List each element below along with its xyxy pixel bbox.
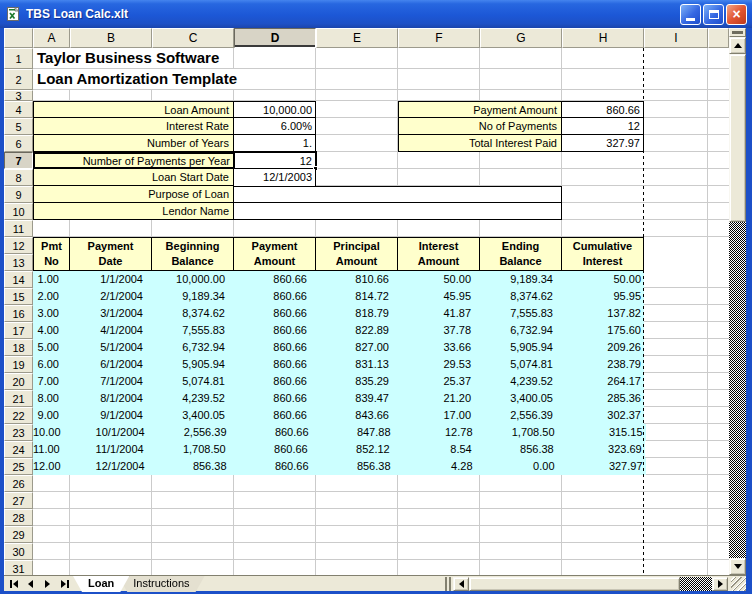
label-total-interest-paid[interactable]: Total Interest Paid — [398, 135, 562, 152]
row-header[interactable]: 21 — [4, 390, 33, 407]
cell-payment-date[interactable]: 12/1/2004 — [72, 458, 154, 475]
cell-ending-balance[interactable]: 856.38 — [481, 441, 563, 458]
cell-cumulative-interest[interactable]: 264.17 — [562, 373, 644, 390]
cell-payment-amount[interactable]: 860.66 — [234, 390, 316, 407]
cell-cumulative-interest[interactable]: 95.95 — [562, 288, 644, 305]
cell-ending-balance[interactable]: 5,905.94 — [480, 339, 562, 356]
row-header[interactable]: 9 — [4, 186, 33, 203]
split-box[interactable] — [729, 28, 746, 37]
cell-ending-balance[interactable]: 4,239.52 — [480, 373, 562, 390]
label-no-of-payments[interactable]: No of Payments — [398, 118, 562, 135]
cell-interest-amount[interactable]: 33.66 — [398, 339, 480, 356]
row-header[interactable]: 22 — [4, 407, 33, 424]
cell-loan-start-date[interactable]: 12/1/2003 — [234, 169, 316, 186]
amortization-header-cell[interactable]: Payment Amount — [234, 237, 316, 271]
label-payment-amount[interactable]: Payment Amount — [398, 101, 562, 118]
cell-ending-balance[interactable]: 1,708.50 — [482, 424, 564, 441]
cell-payment-date[interactable]: 11/1/2004 — [71, 441, 153, 458]
column-header[interactable]: A — [33, 28, 70, 48]
cell-principal-amount[interactable]: 852.12 — [317, 441, 399, 458]
column-header-partial[interactable] — [708, 28, 729, 48]
cell-payment-date[interactable]: 8/1/2004 — [70, 390, 152, 407]
column-header[interactable]: C — [152, 28, 234, 48]
cell-payment-amount[interactable]: 860.66 — [236, 458, 318, 475]
row-header[interactable]: 1 — [4, 48, 33, 69]
tab-scroll-prev-button[interactable] — [22, 577, 39, 591]
cell-cumulative-interest[interactable]: 238.79 — [562, 356, 644, 373]
row-header[interactable]: 17 — [4, 322, 33, 339]
row-header[interactable]: 23 — [4, 424, 33, 441]
cell-beginning-balance[interactable]: 8,374.62 — [152, 305, 234, 322]
cell-payment-date[interactable]: 3/1/2004 — [70, 305, 152, 322]
tab-scroll-last-button[interactable] — [56, 577, 73, 591]
cell-payment-amount[interactable]: 860.66 — [234, 373, 316, 390]
close-button[interactable]: × — [726, 4, 747, 25]
cell-pmt-no[interactable]: 12.00 — [33, 458, 72, 475]
cell-beginning-balance[interactable]: 5,905.94 — [152, 356, 234, 373]
maximize-button[interactable] — [703, 4, 724, 25]
row-header[interactable]: 6 — [4, 135, 33, 152]
cell-principal-amount[interactable]: 827.00 — [316, 339, 398, 356]
row-header[interactable]: 19 — [4, 356, 33, 373]
amortization-header-cell[interactable]: Principal Amount — [316, 237, 398, 271]
cell-cumulative-interest[interactable]: 302.37 — [562, 407, 644, 424]
horizontal-scroll-track[interactable] — [469, 577, 712, 591]
cell-payment-amount[interactable]: 860.66 — [234, 322, 316, 339]
cell-interest-amount[interactable]: 4.28 — [400, 458, 482, 475]
cell-cumulative-interest[interactable]: 137.82 — [562, 305, 644, 322]
cell-pmt-no[interactable]: 10.00 — [33, 424, 72, 441]
sheet-tab-instructions[interactable]: Instructions — [118, 576, 204, 592]
selected-cell-d7[interactable]: 12 — [233, 151, 317, 170]
label-payments-per-year[interactable]: Number of Payments per Year — [33, 152, 234, 169]
vertical-scroll-track[interactable] — [729, 54, 746, 558]
row-header[interactable]: 8 — [4, 169, 33, 186]
tab-split-handle[interactable] — [445, 577, 451, 591]
cell-beginning-balance[interactable]: 6,732.94 — [152, 339, 234, 356]
row-header[interactable]: 20 — [4, 373, 33, 390]
scroll-left-button[interactable] — [453, 577, 469, 591]
cell-payment-amount[interactable]: 860.66 — [234, 271, 316, 288]
cell-principal-amount[interactable]: 822.89 — [316, 322, 398, 339]
cell-pmt-no[interactable]: 7.00 — [33, 373, 70, 390]
cell-payment-date[interactable]: 6/1/2004 — [70, 356, 152, 373]
cell-pmt-no[interactable]: 6.00 — [33, 356, 70, 373]
cell-interest-rate[interactable]: 6.00% — [234, 118, 316, 135]
cell-beginning-balance[interactable]: 1,708.50 — [153, 441, 235, 458]
sheet-title-company[interactable]: Taylor Business Software — [35, 48, 224, 68]
cell-beginning-balance[interactable]: 10,000.00 — [152, 271, 234, 288]
cell-cumulative-interest[interactable]: 50.00 — [562, 271, 644, 288]
cell-cumulative-interest[interactable]: 315.15 — [564, 424, 646, 441]
vertical-scroll-thumb[interactable] — [729, 54, 746, 222]
row-header[interactable]: 25 — [4, 458, 33, 475]
sheet-tab-loan[interactable]: Loan — [73, 576, 129, 592]
row-header[interactable]: 10 — [4, 203, 33, 220]
cell-payment-amount[interactable]: 860.66 — [562, 101, 644, 118]
label-loan-start-date[interactable]: Loan Start Date — [33, 169, 234, 186]
column-header[interactable]: F — [398, 28, 480, 48]
cell-lendor-name[interactable] — [234, 203, 562, 220]
cell-payment-amount[interactable]: 860.66 — [234, 339, 316, 356]
cell-pmt-no[interactable]: 1.00 — [33, 271, 70, 288]
cell-ending-balance[interactable]: 7,555.83 — [480, 305, 562, 322]
sheet-grid[interactable]: Taylor Business Software Loan Amortizati… — [33, 48, 729, 575]
cell-beginning-balance[interactable]: 9,189.34 — [152, 288, 234, 305]
column-header[interactable]: I — [644, 28, 708, 48]
cell-interest-amount[interactable]: 45.95 — [398, 288, 480, 305]
cell-interest-amount[interactable]: 50.00 — [398, 271, 480, 288]
row-header[interactable]: 12 — [4, 237, 33, 254]
row-header[interactable]: 3 — [4, 90, 33, 101]
cell-total-interest-paid[interactable]: 327.97 — [562, 135, 644, 152]
scroll-right-button[interactable] — [712, 577, 728, 591]
cell-payment-date[interactable]: 9/1/2004 — [70, 407, 152, 424]
cell-interest-amount[interactable]: 41.87 — [398, 305, 480, 322]
cell-payment-date[interactable]: 10/1/2004 — [72, 424, 154, 441]
row-header[interactable]: 27 — [4, 492, 33, 509]
cell-principal-amount[interactable]: 839.47 — [316, 390, 398, 407]
cell-principal-amount[interactable]: 835.29 — [316, 373, 398, 390]
excel-document-icon[interactable] — [5, 6, 21, 22]
cell-payment-amount[interactable]: 860.66 — [234, 356, 316, 373]
cell-pmt-no[interactable]: 5.00 — [33, 339, 70, 356]
cell-pmt-no[interactable]: 3.00 — [33, 305, 70, 322]
cell-payment-date[interactable]: 4/1/2004 — [70, 322, 152, 339]
cell-purpose-of-loan[interactable] — [234, 186, 562, 203]
